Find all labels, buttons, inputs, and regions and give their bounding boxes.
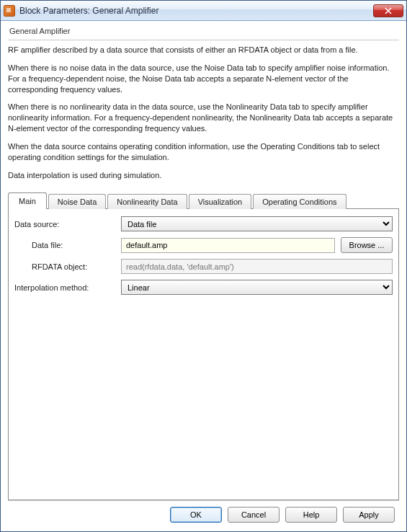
description-p4: When the data source contains operating … [8, 141, 399, 163]
tab-noise-data[interactable]: Noise Data [48, 194, 106, 209]
tab-panel-main: Data source: Data file Data file: Browse… [8, 208, 399, 500]
row-data-file: Data file: Browse ... [14, 237, 393, 253]
label-data-file: Data file: [14, 241, 115, 249]
tab-bar: Main Noise Data Nonlinearity Data Visual… [8, 192, 399, 208]
label-data-source: Data source: [14, 220, 115, 229]
cancel-button[interactable]: Cancel [228, 507, 279, 523]
interpolation-method-combo[interactable]: Linear [121, 280, 393, 295]
titlebar: Block Parameters: General Amplifier [1, 1, 406, 21]
label-rfdata-object: RFDATA object: [14, 262, 115, 271]
data-source-combo[interactable]: Data file [121, 216, 393, 231]
description-p2: When there is no noise data in the data … [8, 63, 399, 95]
row-interpolation-method: Interpolation method: Linear [14, 280, 393, 295]
row-rfdata-object: RFDATA object: [14, 259, 393, 274]
description-p1: RF amplifier described by a data source … [8, 45, 399, 56]
data-file-input[interactable] [121, 238, 335, 253]
tab-nonlinearity-data[interactable]: Nonlinearity Data [107, 194, 187, 209]
divider [8, 40, 399, 40]
tab-operating-conditions[interactable]: Operating Conditions [253, 194, 346, 209]
ok-button[interactable]: OK [170, 507, 222, 523]
rfdata-object-input [121, 259, 393, 274]
help-button[interactable]: Help [285, 507, 337, 523]
apply-button[interactable]: Apply [343, 507, 395, 523]
close-button[interactable] [373, 4, 403, 17]
tab-visualization[interactable]: Visualization [189, 194, 252, 209]
app-icon [4, 5, 15, 17]
label-interpolation-method: Interpolation method: [14, 283, 115, 292]
close-icon [385, 7, 392, 14]
description-p3: When there is no nonlinearity data in th… [8, 102, 399, 134]
group-title: General Amplifier [9, 27, 399, 35]
row-data-source: Data source: Data file [14, 216, 393, 231]
tab-main[interactable]: Main [8, 192, 47, 209]
description-p5: Data interpolation is used during simula… [8, 170, 399, 181]
button-bar: OK Cancel Help Apply [8, 500, 399, 527]
dialog-window: Block Parameters: General Amplifier Gene… [0, 0, 407, 532]
content-area: General Amplifier RF amplifier described… [1, 21, 406, 531]
window-title: Block Parameters: General Amplifier [19, 6, 373, 16]
browse-button[interactable]: Browse ... [341, 237, 393, 253]
